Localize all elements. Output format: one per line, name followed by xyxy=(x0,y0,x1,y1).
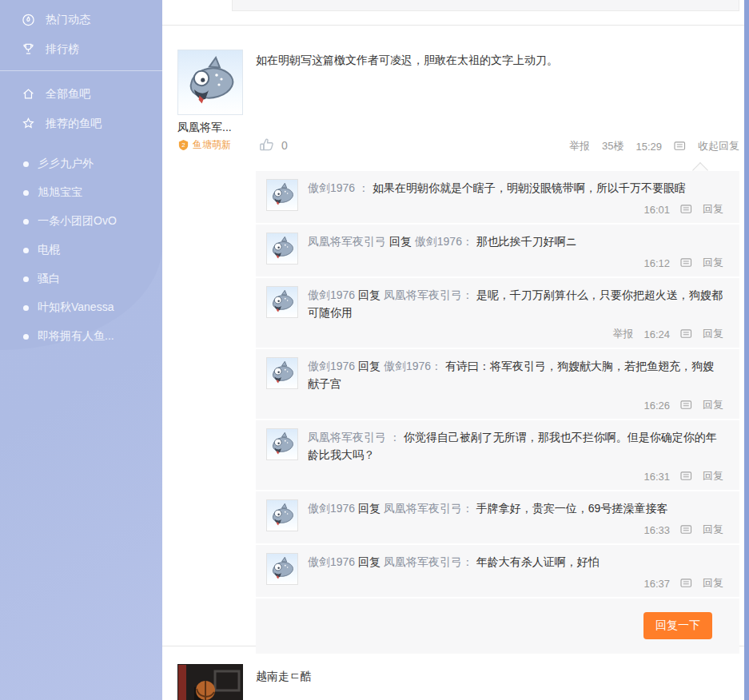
comment-bubble-icon[interactable] xyxy=(680,329,692,340)
sidebar-channel-list: 彡彡九户外 旭旭宝宝 一条小团团OvO 电棍 骚白 叶知秋Vanessa 即将拥… xyxy=(0,149,162,351)
comment-bubble-icon[interactable] xyxy=(680,400,692,411)
channel-name: 叶知秋Vanessa xyxy=(38,300,114,315)
comment-author-avatar[interactable] xyxy=(266,233,298,264)
shark-avatar-icon xyxy=(267,180,297,210)
comment-time: 16:26 xyxy=(643,400,670,412)
basketball-photo-icon xyxy=(178,665,242,700)
reply-area: 回复一下 xyxy=(256,599,739,654)
comment-author-avatar[interactable] xyxy=(266,428,298,460)
comment-meta-row: 举报 16:24 回复 xyxy=(308,327,723,341)
reply-target-author[interactable]: 凤凰将军夜引弓 xyxy=(384,288,462,301)
reply-link[interactable]: 回复 xyxy=(703,576,723,591)
sidebar-channel-item[interactable]: 一条小团团OvO xyxy=(0,207,162,236)
comment-meta-row: 16:12 回复 xyxy=(308,256,723,270)
comment-meta-row: 16:01 回复 xyxy=(308,202,723,217)
comment-time: 16:12 xyxy=(643,257,670,269)
reply-connector: 回复 xyxy=(358,360,380,372)
sidebar-channel-item[interactable]: 叶知秋Vanessa xyxy=(0,293,162,322)
reply-target-author[interactable]: 傲剑1976 xyxy=(384,360,431,372)
sidebar-item-ranking[interactable]: 排行榜 xyxy=(0,34,162,64)
comment-bubble-icon[interactable] xyxy=(680,205,692,215)
reply-link[interactable]: 回复 xyxy=(703,469,723,483)
reply-link[interactable]: 回复 xyxy=(703,327,723,341)
comment-bubble-icon[interactable] xyxy=(674,141,686,152)
comment-item: 凤凰将军夜引弓 回复 傲剑1976： 那也比挨千刀好啊ニ 16:12 回复 xyxy=(256,225,739,278)
post-author-avatar[interactable] xyxy=(177,50,243,115)
channel-name: 即将拥有人鱼... xyxy=(38,329,114,344)
comment-author[interactable]: 凤凰将军夜引弓 xyxy=(308,235,386,248)
comments-panel: 傲剑1976 回复 ： 如果在明朝你就是个瞎子，明朝没眼镜带啊，所以千万不要眼瞎… xyxy=(256,171,739,654)
next-post-avatar[interactable] xyxy=(177,664,243,700)
like-count: 0 xyxy=(281,139,288,152)
reply-connector: 回复 xyxy=(358,555,380,568)
reply-target-author[interactable]: 凤凰将军夜引弓 xyxy=(384,502,462,515)
report-link[interactable]: 举报 xyxy=(569,139,590,153)
sidebar-item-label: 热门动态 xyxy=(46,13,90,27)
like-button[interactable]: 0 xyxy=(259,137,288,153)
colon: ： xyxy=(462,555,473,568)
comment-author[interactable]: 傲剑1976 xyxy=(308,288,355,301)
sidebar-item-hot-feed[interactable]: 热门动态 xyxy=(0,5,162,34)
comment-time: 16:01 xyxy=(643,204,670,216)
sidebar-channel-item[interactable]: 即将拥有人鱼... xyxy=(0,322,162,351)
reply-link[interactable]: 回复 xyxy=(703,256,723,270)
comment-author-avatar[interactable] xyxy=(266,499,298,531)
reply-button[interactable]: 回复一下 xyxy=(643,612,712,639)
comment-text: 傲剑1976 回复 ： 如果在明朝你就是个瞎子，明朝没眼镜带啊，所以千万不要眼瞎 xyxy=(308,179,723,197)
channel-name: 旭旭宝宝 xyxy=(38,185,82,200)
report-link[interactable]: 举报 xyxy=(612,327,633,341)
sidebar-item-label: 全部鱼吧 xyxy=(46,87,90,101)
comment-author[interactable]: 傲剑1976 xyxy=(308,555,355,568)
hot-icon xyxy=(22,13,35,26)
page-scrollbar[interactable] xyxy=(744,0,749,700)
badge-name: 鱼塘萌新 xyxy=(193,138,231,152)
sidebar-item-label: 推荐的鱼吧 xyxy=(46,117,102,131)
post-author-name[interactable]: 凤凰将军... xyxy=(177,121,253,135)
shark-avatar-icon xyxy=(267,287,297,317)
bullet-dot-icon xyxy=(23,248,29,253)
channel-name: 一条小团团OvO xyxy=(38,214,117,229)
comment-content: 那也比挨千刀好啊ニ xyxy=(476,235,577,248)
reply-link[interactable]: 回复 xyxy=(703,398,723,412)
comment-author[interactable]: 傲剑1976 xyxy=(308,360,355,372)
comment-bubble-icon[interactable] xyxy=(680,258,692,268)
comment-author-avatar[interactable] xyxy=(266,286,298,318)
comment-list: 傲剑1976 回复 ： 如果在明朝你就是个瞎子，明朝没眼镜带啊，所以千万不要眼瞎… xyxy=(256,171,739,599)
comment-text: 傲剑1976 回复 凤凰将军夜引弓： 手牌拿好，贵宾一位，69号搓澡童接客 xyxy=(308,499,723,517)
reply-link[interactable]: 回复 xyxy=(703,202,723,217)
comment-bubble-icon[interactable] xyxy=(680,525,692,535)
comment-time: 16:24 xyxy=(643,328,670,340)
comment-item: 傲剑1976 回复 凤凰将军夜引弓： 年龄大有杀人证啊，好怕 16:37 回复 xyxy=(256,545,739,599)
reply-connector: 回复 xyxy=(358,502,380,515)
bullet-dot-icon xyxy=(23,190,29,196)
reply-target-author[interactable]: 傲剑1976 xyxy=(415,235,462,248)
bullet-dot-icon xyxy=(23,305,29,311)
post-divider xyxy=(162,25,744,26)
comment-author-avatar[interactable] xyxy=(266,553,298,585)
comment-author-avatar[interactable] xyxy=(266,179,298,211)
sidebar-channel-item[interactable]: 电棍 xyxy=(0,236,162,264)
sidebar-channel-item[interactable]: 旭旭宝宝 xyxy=(0,178,162,207)
home-icon xyxy=(22,87,35,101)
colon: ： xyxy=(431,360,442,372)
sidebar-channel-item[interactable]: 骚白 xyxy=(0,264,162,293)
comment-author-avatar[interactable] xyxy=(266,357,298,389)
sidebar-item-all-bars[interactable]: 全部鱼吧 xyxy=(0,79,162,109)
colon: ： xyxy=(462,288,473,301)
reply-connector: 回复 xyxy=(389,235,412,248)
comment-author[interactable]: 凤凰将军夜引弓 xyxy=(308,431,386,443)
comment-bubble-icon[interactable] xyxy=(680,579,692,589)
reply-link[interactable]: 回复 xyxy=(703,523,723,537)
reply-target-author[interactable]: 凤凰将军夜引弓 xyxy=(384,555,462,568)
sidebar-channel-item[interactable]: 彡彡九户外 xyxy=(0,149,162,178)
comment-author[interactable]: 傲剑1976 xyxy=(308,502,355,515)
sidebar-item-recommended-bars[interactable]: 推荐的鱼吧 xyxy=(0,109,162,138)
comment-author[interactable]: 傲剑1976 xyxy=(308,181,355,194)
comment-meta-row: 16:26 回复 xyxy=(308,398,723,412)
comment-bubble-icon[interactable] xyxy=(680,471,692,482)
sidebar-item-label: 排行榜 xyxy=(46,42,79,57)
reply-connector: 回复 xyxy=(358,288,380,301)
collapse-replies-link[interactable]: 收起回复 xyxy=(698,139,739,153)
previous-comment-panel-tail xyxy=(232,0,739,11)
post-content: 如在明朝写这篇檄文作者可凌迟，胆敢在太祖的文字上动刀。 xyxy=(256,51,727,69)
